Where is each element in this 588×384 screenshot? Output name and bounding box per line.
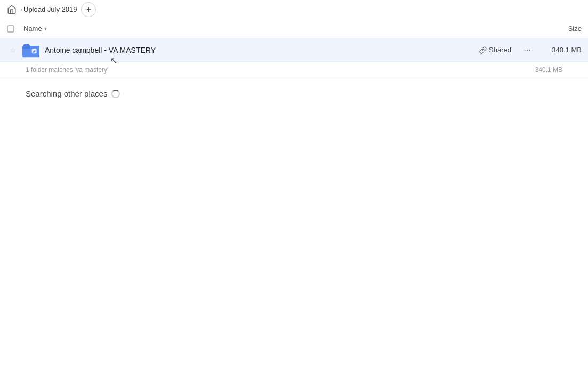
svg-rect-2 bbox=[22, 46, 30, 49]
select-all-checkbox[interactable] bbox=[6, 25, 19, 33]
top-bar: › Upload July 2019 + bbox=[0, 0, 588, 19]
file-size: 340.1 MB bbox=[539, 46, 582, 54]
searching-other-places: Searching other places bbox=[0, 78, 588, 109]
star-icon: ☆ bbox=[10, 46, 17, 54]
total-size: 340.1 MB bbox=[535, 66, 562, 74]
matches-text: 1 folder matches 'va mastery' bbox=[26, 66, 108, 74]
shared-badge: Shared bbox=[479, 46, 511, 54]
column-header: Name ▾ Size bbox=[0, 19, 588, 38]
folder-icon bbox=[21, 41, 41, 60]
size-column-header[interactable]: Size bbox=[534, 25, 582, 33]
breadcrumb-separator: › bbox=[20, 6, 22, 13]
file-name: Antoine campbell - VA MASTERY bbox=[45, 46, 479, 54]
sort-caret: ▾ bbox=[44, 26, 47, 31]
breadcrumb-title: Upload July 2019 bbox=[23, 5, 77, 13]
home-button[interactable] bbox=[4, 2, 19, 17]
svg-rect-0 bbox=[7, 26, 14, 32]
star-button[interactable]: ☆ bbox=[6, 46, 19, 54]
shared-label: Shared bbox=[489, 46, 511, 54]
loading-spinner bbox=[111, 90, 120, 98]
search-results-info: 1 folder matches 'va mastery' 340.1 MB bbox=[0, 62, 588, 78]
table-row[interactable]: ☆ Antoine campbell - VA MASTERY Shared ·… bbox=[0, 38, 588, 62]
more-options-button[interactable]: ··· bbox=[520, 43, 535, 58]
searching-label: Searching other places bbox=[26, 89, 107, 98]
add-button[interactable]: + bbox=[81, 2, 96, 17]
name-column-header[interactable]: Name ▾ bbox=[23, 25, 534, 33]
